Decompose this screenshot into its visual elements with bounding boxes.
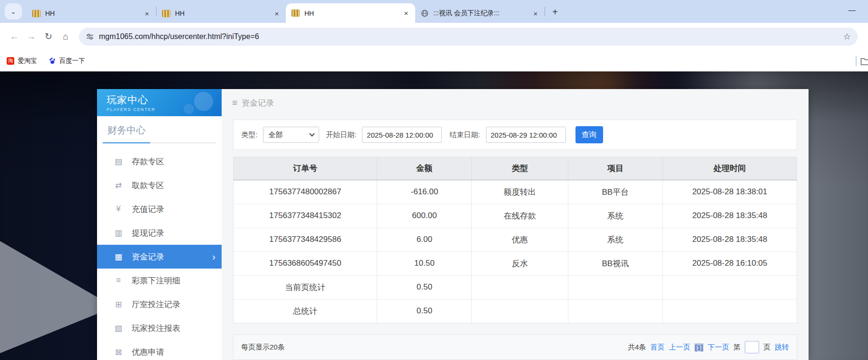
address-bar[interactable]: mgm1065.com/hhcp/usercenter.html?iniType… [79, 28, 858, 46]
bookmark-star-icon[interactable]: ☆ [843, 31, 851, 42]
table-row: 1756377348429586 6.00 优惠 系统 2025-08-28 1… [234, 228, 797, 251]
bookmark-baidu[interactable]: 百度一下 [49, 57, 85, 65]
cell-empty [472, 275, 568, 299]
sidebar-item-hall-bet-records[interactable]: ⊞ 厅室投注记录 [97, 292, 222, 316]
window-minimize-button[interactable]: — [848, 6, 856, 14]
cell-amount: -616.00 [377, 180, 472, 204]
back-button[interactable]: ← [6, 28, 23, 45]
sidebar-item-label: 存款专区 [132, 156, 164, 167]
sidebar-item-recharge-records[interactable]: ¥ 充值记录 [97, 197, 222, 221]
cell-order-no: 1756377348429586 [234, 228, 377, 251]
reload-button[interactable]: ↻ [40, 28, 57, 45]
type-select[interactable]: 全部 [263, 127, 319, 143]
players-center-header: 玩家中心 PLAYERS CENTER [97, 89, 222, 116]
sidebar-item-deposit-zone[interactable]: ▤ 存款专区 [97, 150, 222, 173]
tab-separator [545, 7, 545, 16]
tab-close-icon[interactable]: × [531, 9, 540, 18]
site-settings-icon[interactable] [86, 32, 94, 41]
hh-favicon-icon [32, 10, 40, 17]
tab-close-icon[interactable]: × [402, 9, 410, 18]
fund-records-table: 订单号 金额 类型 项目 处理时间 1756377480002867 -616.… [233, 157, 797, 323]
tab-video-records[interactable]: :::视讯 会员下注纪录::: × [415, 4, 545, 23]
sidebar-item-label: 彩票下注明细 [132, 275, 180, 286]
section-title: 财务中心 [103, 124, 216, 137]
tab-close-icon[interactable]: × [273, 9, 281, 18]
page-jump-input[interactable] [745, 341, 759, 353]
page-size-label: 每页显示20条 [241, 343, 285, 352]
sidebar-item-withdrawal-records[interactable]: ▥ 提现记录 [97, 221, 222, 245]
moneybag-icon: ¥ [113, 204, 124, 214]
prev-page-link[interactable]: 上一页 [669, 343, 690, 352]
wallet-icon: ▥ [113, 228, 124, 238]
bookmark-aitaobao[interactable]: 淘 爱淘宝 [7, 57, 37, 65]
jump-prefix-label: 第 [733, 343, 741, 352]
tab-strip: ⌄ HH × HH × HH × :::视讯 会员下注纪录::: × + — [0, 0, 868, 23]
select-chevron-icon [310, 131, 315, 136]
cell-type: 额度转出 [472, 180, 568, 204]
cell-order-no: 1756377348415302 [234, 204, 377, 228]
tab-hh-2[interactable]: HH × [156, 4, 286, 23]
start-date-input[interactable] [362, 127, 442, 143]
chart-report-icon: ▧ [113, 323, 124, 333]
sidebar-item-fund-records[interactable]: ▦ 资金记录 › [97, 245, 222, 269]
withdraw-hand-icon: ⇄ [113, 180, 124, 190]
home-button[interactable]: ⌂ [57, 28, 74, 45]
cell-amount: 6.00 [377, 228, 472, 251]
sidebar-item-label: 玩家投注报表 [132, 323, 180, 334]
tab-search-button[interactable]: ⌄ [5, 3, 22, 20]
chevron-right-icon: › [212, 251, 215, 262]
first-page-link[interactable]: 首页 [650, 343, 664, 352]
forward-button[interactable]: → [23, 28, 40, 45]
tab-title: HH [45, 10, 138, 17]
taobao-icon: 淘 [7, 57, 14, 65]
jump-button[interactable]: 跳转 [775, 343, 789, 352]
back-icon: ← [10, 31, 19, 42]
col-order-no: 订单号 [234, 157, 377, 180]
table-row: 1756368605497450 10.50 反水 BB视讯 2025-08-2… [234, 251, 797, 275]
sidebar: 玩家中心 PLAYERS CENTER 财务中心 ▤ 存款专区 ⇄ 取款专区 ¥… [97, 89, 222, 360]
deposit-card-icon: ▤ [113, 157, 124, 167]
bookmarks-folder-icon[interactable] [860, 57, 868, 65]
forward-icon: → [27, 31, 36, 42]
tab-hh-3-active[interactable]: HH × [286, 3, 415, 23]
table-header-row: 订单号 金额 类型 项目 处理时间 [234, 157, 797, 180]
tab-close-icon[interactable]: × [143, 9, 151, 18]
cell-process-time: 2025-08-28 18:38:01 [663, 180, 797, 204]
hh-favicon-icon [292, 10, 300, 17]
sidebar-item-label: 优惠申请 [132, 347, 164, 358]
new-tab-button[interactable]: + [548, 5, 562, 19]
type-select-value: 全部 [268, 130, 283, 140]
decorative-ball-icon [194, 92, 213, 111]
sidebar-item-label: 取款专区 [132, 180, 164, 191]
reload-icon: ↻ [45, 31, 52, 42]
search-button[interactable]: 查询 [575, 126, 603, 143]
table-row: 1756377348415302 600.00 在线存款 系统 2025-08-… [234, 204, 797, 228]
page-header: ≡ 资金记录 [222, 89, 809, 117]
cell-project: BB平台 [568, 180, 663, 204]
hh-favicon-icon [162, 10, 170, 17]
sidebar-menu: ▤ 存款专区 ⇄ 取款专区 ¥ 充值记录 ▥ 提现记录 ▦ 资金记录 [97, 150, 222, 360]
col-type: 类型 [472, 157, 568, 180]
user-center-panel: 玩家中心 PLAYERS CENTER 财务中心 ▤ 存款专区 ⇄ 取款专区 ¥… [97, 89, 809, 360]
cell-project: 系统 [568, 204, 663, 228]
bookmark-label: 爱淘宝 [18, 57, 37, 65]
tab-hh-1[interactable]: HH × [27, 4, 156, 23]
next-page-link[interactable]: 下一页 [708, 343, 729, 352]
sidebar-item-label: 资金记录 [132, 251, 164, 262]
url-text[interactable]: mgm1065.com/hhcp/usercenter.html?iniType… [99, 32, 839, 41]
filter-bar: 类型: 全部 开始日期: 结束日期: 查询 [233, 120, 797, 150]
cell-type: 在线存款 [472, 204, 568, 228]
hamburger-icon: ≡ [232, 98, 237, 108]
sidebar-item-lottery-bet-details[interactable]: ≡ 彩票下注明细 [97, 269, 222, 292]
sidebar-item-player-bet-report[interactable]: ▧ 玩家投注报表 [97, 316, 222, 340]
table-row-page-summary: 当前页统计 0.50 [234, 275, 797, 299]
sidebar-item-label: 充值记录 [132, 204, 164, 215]
sidebar-item-withdraw-zone[interactable]: ⇄ 取款专区 [97, 173, 222, 197]
main-content: ≡ 资金记录 类型: 全部 开始日期: 结束日期: 查询 [222, 89, 809, 360]
browser-toolbar: ← → ↻ ⌂ mgm1065.com/hhcp/usercenter.html… [0, 23, 868, 50]
grid-list-icon: ⊞ [113, 300, 124, 310]
finance-center-section: 财务中心 [97, 116, 222, 143]
end-date-input[interactable] [486, 127, 566, 143]
sidebar-item-promo-application[interactable]: ⊠ 优惠申请 [97, 340, 222, 360]
cell-project: 系统 [568, 228, 663, 251]
